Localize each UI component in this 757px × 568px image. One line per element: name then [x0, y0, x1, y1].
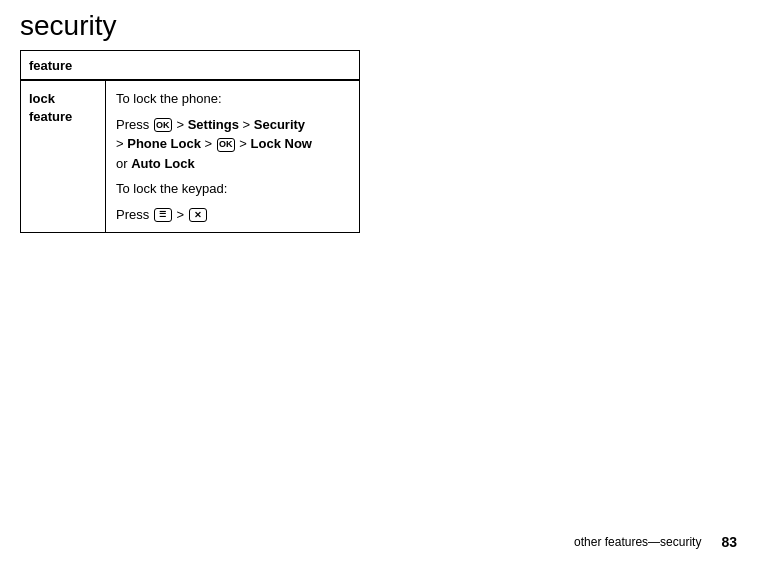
desc-line-1: To lock the phone: [116, 89, 349, 109]
phone-lock-text: Phone Lock [127, 136, 201, 151]
lock-now-text: Lock Now [251, 136, 312, 151]
table-header: feature [21, 51, 359, 81]
security-text: Security [254, 117, 305, 132]
feature-table: feature lock feature To lock the phone: … [20, 50, 360, 233]
auto-lock-text: Auto Lock [131, 156, 195, 171]
settings-text: Settings [188, 117, 239, 132]
description-cell: To lock the phone: Press OK > Settings >… [106, 81, 359, 232]
star-key-icon: ✕ [189, 208, 207, 222]
footer-label: other features—security [574, 535, 701, 549]
feature-cell: lock feature [21, 81, 106, 232]
desc-line-4: Press ☰ > ✕ [116, 205, 349, 225]
desc-line-3: To lock the keypad: [116, 179, 349, 199]
footer: other features—security 83 [574, 534, 737, 550]
page-title: security [0, 0, 757, 50]
ok-key-icon: OK [154, 118, 172, 132]
menu-key-icon: ☰ [154, 208, 172, 222]
page-number: 83 [721, 534, 737, 550]
desc-line-2: Press OK > Settings > Security > Phone L… [116, 115, 349, 174]
table-header-label: feature [29, 58, 72, 73]
table-body: lock feature To lock the phone: Press OK… [21, 81, 359, 232]
ok-key-icon-2: OK [217, 138, 235, 152]
feature-label: lock feature [29, 91, 72, 124]
